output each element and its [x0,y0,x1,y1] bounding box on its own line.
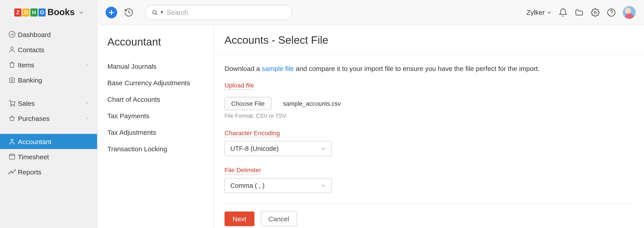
calendar-icon [8,153,18,161]
nav-item-accountant[interactable]: Accountant [0,134,97,149]
notifications-icon[interactable] [558,7,568,17]
instruction-text: Download a [224,65,262,72]
nav-item-label: Contacts [18,46,44,53]
nav-item-label: Reports [18,168,41,176]
nav-item-sales[interactable]: Sales [0,96,97,111]
chevron-down-icon [546,9,552,15]
chevron-right-icon [84,62,89,67]
brand-books: Books [48,7,75,17]
svg-point-8 [11,47,14,50]
nav-item-label: Timesheet [18,153,49,160]
svg-point-5 [608,8,615,16]
cancel-button[interactable]: Cancel [261,212,297,226]
caret-down-icon: ▼ [160,10,164,15]
nav-item-label: Purchases [18,114,50,122]
file-delimiter-select[interactable]: Comma ( , ) [224,178,332,193]
svg-point-4 [594,11,596,13]
chevron-down-icon [78,9,84,15]
secondary-sidebar: Accountant Manual JournalsBase Currency … [98,25,214,228]
svg-point-10 [14,105,15,107]
help-icon[interactable] [606,7,616,17]
organization-switcher[interactable]: Zylker [526,8,552,16]
sub-nav-item[interactable]: Transaction Locking [98,140,213,157]
search-input[interactable] [167,8,286,16]
recent-activity-icon[interactable] [124,7,134,18]
chevron-down-icon [321,183,326,188]
instruction-text: and compare it to your import file to en… [296,65,540,72]
file-format-hint: File Format: CSV or TSV [224,113,633,119]
nav-item-banking[interactable]: Banking [0,72,97,88]
sub-nav-item[interactable]: Base Currency Adjustments [98,75,213,91]
character-encoding-label: Character Encoding [224,129,280,137]
search-icon [152,9,158,15]
sub-nav-item[interactable]: Tax Payments [98,108,213,124]
main-header: Accounts - Select File [214,25,644,55]
svg-point-9 [10,105,12,107]
sample-file-link[interactable]: sample file [262,65,294,72]
brand-area[interactable]: Z O H O Books [0,0,98,25]
nav-item-label: Items [18,61,34,69]
nav-item-label: Banking [18,76,42,84]
chevron-down-icon [321,146,326,151]
badge-icon [8,137,18,145]
secondary-sidebar-title: Accountant [98,36,213,58]
organization-name: Zylker [526,8,545,16]
character-encoding-select[interactable]: UTF-8 (Unicode) [224,141,332,156]
svg-rect-12 [10,154,15,159]
divider [224,203,633,204]
settings-icon[interactable] [590,7,600,17]
graph-icon [8,168,18,176]
file-delimiter-label: File Delimiter [224,166,261,174]
bank-icon [8,76,18,84]
quick-create-button[interactable] [106,6,117,18]
nav-item-label: Accountant [18,138,52,145]
file-delimiter-value: Comma ( , ) [230,182,264,189]
zoho-logo: Z O H O [14,8,46,16]
bag-icon [8,61,18,69]
cart-icon [8,99,18,107]
selected-filename: sample_accounts.csv [283,100,341,107]
sub-nav-item[interactable]: Chart of Accounts [98,91,213,108]
page-title: Accounts - Select File [224,34,633,46]
nav-item-purchases[interactable]: Purchases [0,111,97,126]
person-icon [8,45,18,54]
next-button[interactable]: Next [224,212,254,226]
sub-nav-item[interactable]: Manual Journals [98,58,213,75]
search-box[interactable]: ▼ [145,5,292,20]
gauge-icon [8,30,18,38]
nav-item-timesheet[interactable]: Timesheet [0,149,97,164]
choose-file-button[interactable]: Choose File [224,97,271,110]
nav-item-contacts[interactable]: Contacts [0,42,97,57]
upload-file-label: Upload file [224,82,254,90]
primary-sidebar: DashboardContactsItemsBankingSalesPurcha… [0,25,98,228]
svg-point-2 [153,10,156,14]
chevron-right-icon [84,116,89,120]
svg-line-3 [156,13,157,14]
user-avatar[interactable] [622,5,636,19]
nav-item-reports[interactable]: Reports [0,164,97,179]
svg-point-11 [11,139,13,141]
nav-item-label: Sales [18,99,35,107]
folder-icon[interactable] [574,7,584,17]
nav-item-items[interactable]: Items [0,57,97,72]
chevron-right-icon [84,101,89,105]
basket-icon [8,114,18,122]
import-instructions: Download a sample file and compare it to… [224,65,633,72]
nav-item-label: Dashboard [18,31,51,38]
character-encoding-value: UTF-8 (Unicode) [230,145,278,152]
sub-nav-item[interactable]: Tax Adjustments [98,124,213,140]
nav-item-dashboard[interactable]: Dashboard [0,27,97,42]
